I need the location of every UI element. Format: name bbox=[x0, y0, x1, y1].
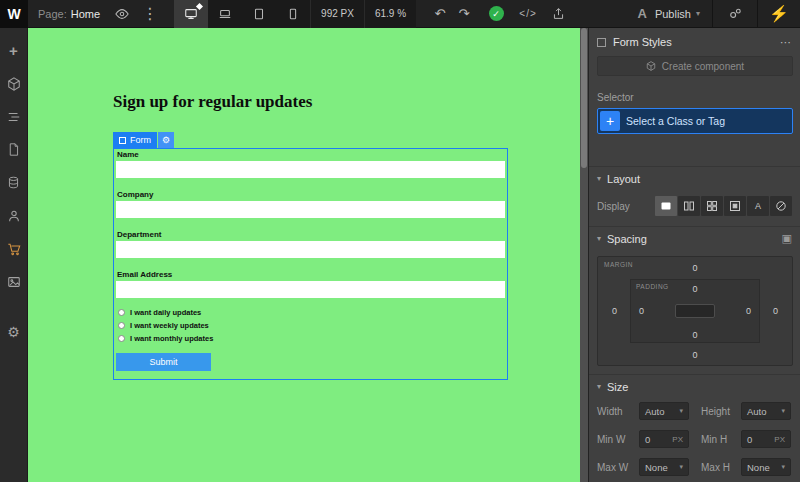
create-component-button[interactable]: Create component bbox=[597, 56, 793, 76]
min-height-label: Min H bbox=[701, 434, 741, 445]
preview-button[interactable] bbox=[110, 0, 134, 28]
canvas-heading[interactable]: Sign up for regular updates bbox=[113, 92, 312, 112]
width-input[interactable]: Auto ▾ bbox=[639, 402, 689, 420]
droplets-icon bbox=[728, 6, 743, 21]
radio-option[interactable]: I want daily updates bbox=[118, 308, 201, 317]
min-height-input[interactable]: 0 PX bbox=[741, 430, 791, 448]
padding-left-value[interactable]: 0 bbox=[639, 306, 644, 316]
name-input[interactable] bbox=[116, 161, 505, 178]
max-width-label: Max W bbox=[597, 462, 639, 473]
margin-right-value[interactable]: 0 bbox=[773, 306, 778, 316]
spacing-section-title: Spacing bbox=[607, 233, 647, 245]
share-button[interactable] bbox=[546, 0, 570, 28]
display-none-button[interactable] bbox=[770, 196, 792, 216]
pages-button[interactable] bbox=[0, 133, 28, 166]
spacing-section-header[interactable]: ▾ Spacing ▣ bbox=[589, 226, 800, 250]
zoom-level-value[interactable]: 61.9 % bbox=[364, 0, 416, 28]
activity-button[interactable] bbox=[713, 0, 757, 28]
display-grid-button[interactable] bbox=[701, 196, 723, 216]
components-button[interactable] bbox=[0, 67, 28, 100]
assets-button[interactable] bbox=[0, 265, 28, 298]
block-icon bbox=[660, 200, 672, 212]
max-height-input[interactable]: None ▾ bbox=[741, 458, 791, 476]
cms-button[interactable] bbox=[0, 166, 28, 199]
layout-section-header[interactable]: ▾ Layout bbox=[589, 166, 800, 190]
padding-top-value[interactable]: 0 bbox=[631, 284, 759, 294]
form-tag-text: Form bbox=[130, 135, 151, 145]
breakpoint-switcher bbox=[174, 0, 310, 28]
padding-box: PADDING 0 0 0 0 bbox=[630, 279, 760, 343]
page-selector[interactable]: Page: Home bbox=[38, 8, 100, 20]
image-icon bbox=[7, 275, 21, 289]
export-code-button[interactable]: </> bbox=[516, 0, 540, 28]
size-section-title: Size bbox=[607, 381, 628, 393]
selector-label: Selector bbox=[597, 92, 634, 103]
left-toolbar: + bbox=[0, 28, 28, 482]
add-elements-button[interactable]: + bbox=[0, 34, 28, 67]
gear-icon: ⚙ bbox=[7, 324, 20, 340]
margin-left-value[interactable]: 0 bbox=[612, 306, 617, 316]
radio-icon[interactable] bbox=[118, 309, 125, 316]
chevron-down-icon: ▾ bbox=[679, 407, 683, 415]
gear-icon: ⚙ bbox=[162, 135, 170, 145]
navigator-button[interactable] bbox=[0, 100, 28, 133]
more-options-button[interactable]: ⋮ bbox=[138, 0, 162, 28]
device-tablet-button[interactable] bbox=[242, 0, 276, 28]
min-width-input[interactable]: 0 PX bbox=[639, 430, 689, 448]
form-styles-icon bbox=[597, 38, 606, 47]
display-block-button[interactable] bbox=[655, 196, 677, 216]
users-button[interactable] bbox=[0, 199, 28, 232]
save-status-button[interactable]: ✓ bbox=[484, 0, 508, 28]
max-height-value: None bbox=[747, 462, 770, 473]
site-avatar[interactable]: A bbox=[638, 6, 647, 21]
undo-button[interactable]: ↶ bbox=[428, 0, 452, 28]
create-component-label: Create component bbox=[662, 61, 744, 72]
ecommerce-button[interactable] bbox=[0, 232, 28, 265]
selected-element-tag[interactable]: Form ⚙ bbox=[113, 132, 174, 148]
radio-option[interactable]: I want monthly updates bbox=[118, 334, 213, 343]
canvas-scrollbar[interactable] bbox=[580, 28, 588, 482]
device-laptop-button[interactable] bbox=[208, 0, 242, 28]
redo-icon: ↷ bbox=[459, 6, 470, 21]
add-class-icon[interactable]: + bbox=[600, 111, 620, 131]
form-block[interactable]: Name Company Department Email Address I … bbox=[113, 148, 508, 380]
breakpoint-width-value[interactable]: 992 PX bbox=[310, 0, 364, 28]
padding-bottom-value[interactable]: 0 bbox=[631, 330, 759, 340]
height-input[interactable]: Auto ▾ bbox=[741, 402, 791, 420]
height-value: Auto bbox=[747, 406, 767, 417]
radio-icon[interactable] bbox=[118, 322, 125, 329]
settings-button[interactable]: ⚙ bbox=[0, 315, 28, 348]
webflow-logo[interactable]: W bbox=[0, 0, 28, 28]
spacing-edit-icon[interactable]: ▣ bbox=[782, 232, 792, 245]
design-canvas[interactable]: Sign up for regular updates Form ⚙ Name … bbox=[28, 28, 580, 482]
size-section-header[interactable]: ▾ Size bbox=[589, 374, 800, 398]
scrollbar-thumb[interactable] bbox=[581, 28, 587, 168]
margin-top-value[interactable]: 0 bbox=[598, 263, 792, 273]
radio-label: I want weekly updates bbox=[130, 321, 209, 330]
display-flex-button[interactable] bbox=[678, 196, 700, 216]
redo-button[interactable]: ↷ bbox=[452, 0, 476, 28]
display-inline-block-button[interactable] bbox=[724, 196, 746, 216]
submit-button[interactable]: Submit bbox=[116, 353, 211, 371]
form-tag-label-segment[interactable]: Form bbox=[113, 132, 157, 148]
margin-bottom-value[interactable]: 0 bbox=[598, 350, 792, 360]
radio-icon[interactable] bbox=[118, 335, 125, 342]
device-desktop-button[interactable] bbox=[174, 0, 208, 28]
company-input[interactable] bbox=[116, 201, 505, 218]
display-inline-button[interactable]: A bbox=[747, 196, 769, 216]
department-input[interactable] bbox=[116, 241, 505, 258]
radio-label: I want daily updates bbox=[130, 308, 201, 317]
device-phone-button[interactable] bbox=[276, 0, 310, 28]
quick-actions-button[interactable]: ⚡ bbox=[758, 0, 800, 28]
max-width-input[interactable]: None ▾ bbox=[639, 458, 689, 476]
padding-right-value[interactable]: 0 bbox=[746, 306, 751, 316]
field-label: Company bbox=[117, 190, 153, 199]
desktop-icon bbox=[184, 7, 198, 21]
radio-option[interactable]: I want weekly updates bbox=[118, 321, 209, 330]
panel-more-button[interactable]: ⋯ bbox=[780, 36, 792, 49]
email-input[interactable] bbox=[116, 281, 505, 298]
publish-button[interactable]: Publish ▾ bbox=[655, 8, 700, 20]
class-selector-input[interactable]: + Select a Class or Tag bbox=[597, 108, 793, 134]
form-settings-button[interactable]: ⚙ bbox=[158, 132, 174, 148]
field-label: Name bbox=[117, 150, 139, 159]
